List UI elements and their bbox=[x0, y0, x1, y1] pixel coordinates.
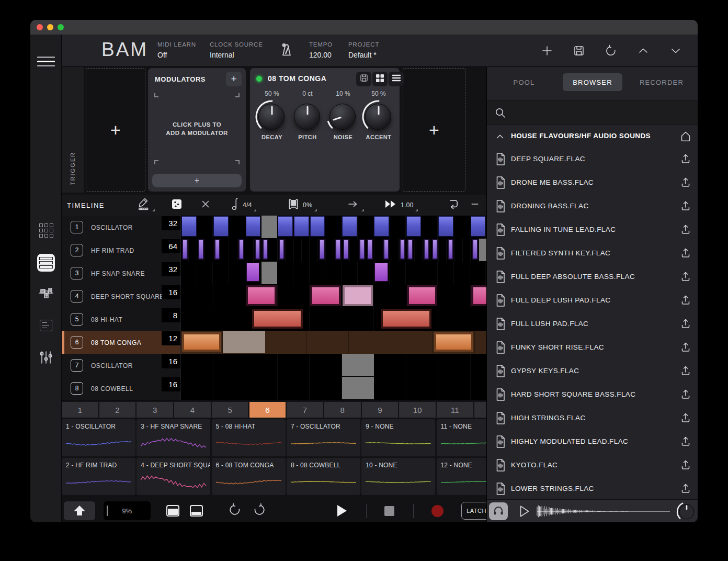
note-block-rim[interactable] bbox=[319, 239, 325, 260]
track-grid[interactable] bbox=[181, 331, 486, 354]
note-block-red[interactable] bbox=[252, 309, 303, 329]
layout-top-button[interactable] bbox=[166, 505, 179, 517]
knob-pitch[interactable]: 0 ctPITCH bbox=[290, 90, 325, 140]
track-header[interactable]: 808 COWBELL16 bbox=[62, 377, 181, 400]
note-block-blue[interactable] bbox=[471, 216, 486, 237]
load-file-icon[interactable] bbox=[679, 176, 692, 190]
minimize-window-button[interactable] bbox=[47, 24, 53, 30]
instrument-panel[interactable]: 08 TOM CONGA 50 %DECAY0 ctPITCH10 %NOISE… bbox=[250, 68, 400, 192]
clear-button[interactable] bbox=[200, 198, 211, 212]
pattern-card[interactable]: 4 - DEEP SHORT SQUARE bbox=[136, 458, 210, 495]
track-header[interactable]: 3HF SNAP SNARE32 bbox=[62, 262, 181, 285]
scene-button-8[interactable]: 8 bbox=[324, 402, 361, 418]
scene-button-12[interactable]: 12 bbox=[474, 402, 486, 418]
instrument-save-button[interactable] bbox=[356, 72, 371, 86]
scene-button-6[interactable]: 6 bbox=[249, 402, 286, 418]
collapse-up-button[interactable] bbox=[635, 45, 651, 59]
note-block-snap[interactable] bbox=[374, 263, 388, 282]
add-pad-button[interactable]: + bbox=[403, 68, 465, 192]
track-steps-count[interactable]: 16 bbox=[162, 354, 180, 368]
note-block-rim[interactable] bbox=[448, 239, 453, 260]
note-block-rim[interactable] bbox=[255, 239, 260, 260]
add-trigger-pad[interactable]: + bbox=[86, 68, 145, 192]
pattern-card[interactable]: 8 - 08 COWBELL bbox=[287, 458, 360, 495]
file-row[interactable]: DRONE ME BASS.FLAC bbox=[487, 171, 698, 195]
knob-control[interactable] bbox=[362, 99, 395, 133]
note-block-rim[interactable] bbox=[383, 239, 389, 260]
file-row[interactable]: FILTERED SYNTH KEY.FLAC bbox=[487, 242, 698, 265]
note-block-rim[interactable] bbox=[263, 239, 268, 260]
file-row[interactable]: HARD SHORT SQUARE BASS.FLAC bbox=[487, 383, 698, 407]
file-row[interactable]: FULL DEEP ABSOLUTE BASS.FLAC bbox=[487, 265, 698, 289]
track-number-badge[interactable]: 6 bbox=[71, 336, 83, 349]
file-row[interactable]: HIGH STRINGS.FLAC bbox=[487, 407, 698, 430]
home-icon[interactable] bbox=[679, 130, 692, 145]
track-number-badge[interactable]: 5 bbox=[71, 313, 83, 326]
load-file-icon[interactable] bbox=[679, 270, 692, 285]
collapse-folder-icon[interactable] bbox=[494, 131, 506, 144]
track-grid[interactable] bbox=[181, 216, 486, 239]
add-modulator-button[interactable]: + bbox=[226, 72, 242, 86]
note-block-pink[interactable] bbox=[246, 285, 277, 306]
load-file-icon[interactable] bbox=[679, 388, 692, 402]
draw-tool-button[interactable] bbox=[136, 198, 150, 212]
loop-button[interactable] bbox=[446, 198, 460, 212]
track-number-badge[interactable]: 3 bbox=[71, 267, 83, 279]
note-block-gray[interactable] bbox=[342, 354, 374, 376]
scene-button-5[interactable]: 5 bbox=[212, 402, 248, 418]
note-block-rim[interactable] bbox=[367, 239, 373, 260]
speed-control[interactable]: 1.00 bbox=[383, 198, 413, 212]
note-block-rim[interactable] bbox=[182, 239, 188, 260]
scene-button-10[interactable]: 10 bbox=[399, 402, 436, 418]
file-row[interactable]: DRONING BASS.FLAC bbox=[487, 195, 698, 218]
note-block-rim[interactable] bbox=[432, 239, 438, 260]
file-row[interactable]: HIGHLY MODULATED LEAD.FLAC bbox=[487, 430, 698, 454]
note-block-blue[interactable] bbox=[294, 216, 309, 237]
note-block-rim[interactable] bbox=[407, 239, 413, 260]
load-file-icon[interactable] bbox=[679, 458, 692, 473]
clock-source-control[interactable]: CLOCK SOURCE Internal bbox=[210, 41, 263, 59]
metronome-button[interactable] bbox=[279, 44, 294, 58]
folder-row[interactable]: HOUSE FLAVOURS/HF AUDIO SOUNDS bbox=[487, 125, 698, 148]
note-block-blue[interactable] bbox=[374, 216, 389, 237]
zoom-level-display[interactable]: 9% bbox=[104, 501, 151, 520]
layout-bottom-button[interactable] bbox=[190, 505, 203, 517]
scene-button-4[interactable]: 4 bbox=[174, 402, 211, 418]
pattern-card[interactable]: 12 - NONE bbox=[437, 458, 487, 495]
mixer-view-button[interactable] bbox=[37, 350, 55, 367]
pattern-card[interactable]: 10 - NONE bbox=[361, 458, 435, 495]
track-number-badge[interactable]: 8 bbox=[71, 382, 83, 395]
note-block-blue[interactable] bbox=[246, 216, 261, 237]
scene-button-1[interactable]: 1 bbox=[62, 402, 98, 418]
track-steps-count[interactable]: 32 bbox=[162, 262, 180, 276]
load-file-icon[interactable] bbox=[679, 294, 692, 308]
tab-browser[interactable]: BROWSER bbox=[563, 73, 622, 91]
record-button[interactable] bbox=[431, 505, 443, 517]
file-row[interactable]: FULL DEEP LUSH PAD.FLAC bbox=[487, 289, 698, 312]
note-block-pink[interactable] bbox=[310, 285, 341, 306]
track-steps-count[interactable]: 8 bbox=[162, 308, 180, 322]
knob-decay[interactable]: 50 %DECAY bbox=[254, 90, 290, 140]
knob-accent[interactable]: 50 %ACCENT bbox=[361, 90, 396, 140]
tempo-value[interactable]: 120.00 bbox=[309, 51, 333, 59]
load-file-icon[interactable] bbox=[679, 199, 692, 214]
load-file-icon[interactable] bbox=[679, 341, 692, 355]
note-block-blue[interactable] bbox=[213, 216, 229, 237]
close-window-button[interactable] bbox=[37, 24, 43, 30]
pattern-card[interactable]: 11 - NONE bbox=[437, 419, 487, 456]
pattern-card[interactable]: 2 - HF RIM TRAD bbox=[62, 458, 135, 495]
file-row[interactable]: FALLING IN TUNE LEAD.FLAC bbox=[487, 218, 698, 242]
preview-monitor-button[interactable] bbox=[489, 502, 508, 520]
file-row[interactable]: KYOTO.FLAC bbox=[487, 454, 698, 477]
note-block-rim[interactable] bbox=[400, 239, 405, 260]
track-header[interactable]: 2HF RIM TRAD64 bbox=[62, 239, 181, 262]
zoom-window-button[interactable] bbox=[58, 24, 64, 30]
file-row[interactable]: FUNKY SHORT RISE.FLAC bbox=[487, 336, 698, 360]
track-number-badge[interactable]: 1 bbox=[71, 221, 83, 233]
track-grid[interactable] bbox=[181, 354, 486, 377]
track-header[interactable]: 1OSCILLATOR32 bbox=[62, 216, 181, 239]
load-file-icon[interactable] bbox=[679, 482, 692, 497]
note-block-pink[interactable] bbox=[471, 285, 487, 306]
instrument-grid-button[interactable] bbox=[372, 72, 388, 86]
knob-control[interactable] bbox=[291, 99, 324, 133]
